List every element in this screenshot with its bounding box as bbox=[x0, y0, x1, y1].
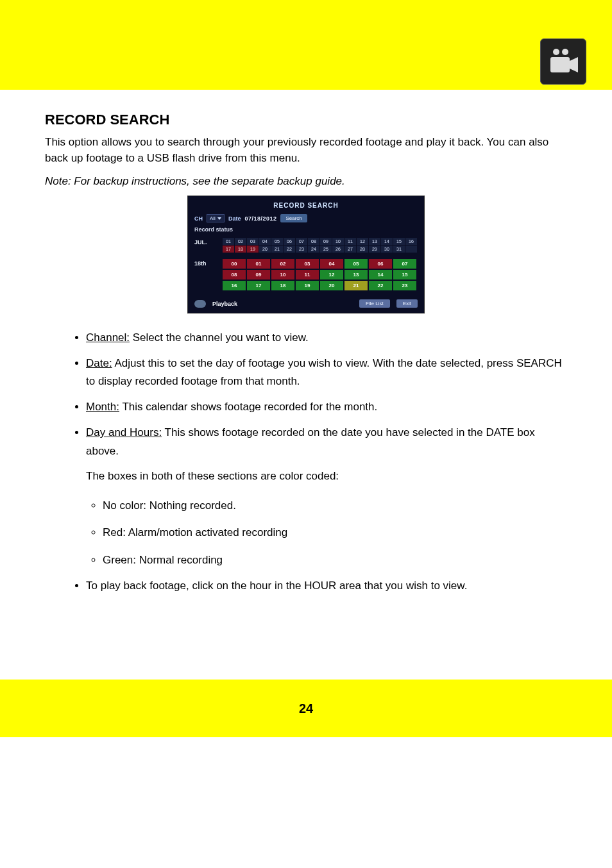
cal-day-cell[interactable]: 28 bbox=[357, 246, 368, 253]
hour-cell[interactable]: 04 bbox=[320, 259, 343, 269]
hour-cell[interactable]: 14 bbox=[369, 270, 392, 280]
hour-cell[interactable]: 20 bbox=[320, 281, 343, 290]
cal-day-cell[interactable]: 10 bbox=[332, 238, 344, 245]
hour-cell[interactable]: 00 bbox=[223, 259, 246, 269]
intro-paragraph: This option allows you to search through… bbox=[45, 135, 567, 166]
camera-icon bbox=[547, 47, 579, 76]
ss-filter-row: CH All Date 07/18/2012 Search bbox=[192, 213, 420, 224]
play-text-1: To play back footage, click on the hour … bbox=[86, 580, 304, 592]
hour-cell[interactable]: 08 bbox=[223, 270, 246, 280]
hour-cell[interactable]: 13 bbox=[344, 270, 368, 280]
cal-day-cell[interactable]: 06 bbox=[284, 238, 295, 245]
play-bullet-list: To play back footage, click on the hour … bbox=[45, 577, 567, 595]
section-title: RECORD SEARCH bbox=[45, 112, 567, 128]
cal-day-cell[interactable]: 24 bbox=[308, 246, 319, 253]
page-number: 24 bbox=[299, 701, 313, 716]
hour-cell[interactable]: 07 bbox=[393, 259, 416, 269]
cal-day-cell[interactable]: 01 bbox=[223, 238, 234, 245]
bullet-date: Date: Adjust this to set the day of foot… bbox=[86, 355, 567, 390]
cal-day-cell[interactable]: 04 bbox=[259, 238, 271, 245]
cal-day-cell[interactable]: 29 bbox=[369, 246, 380, 253]
hour-cell[interactable]: 22 bbox=[369, 281, 392, 290]
legend-alarm: Red: Alarm/motion activated recording bbox=[103, 522, 567, 543]
footer-bar: 24 bbox=[0, 680, 612, 737]
cal-day-cell[interactable]: 03 bbox=[247, 238, 259, 245]
cal-day-cell[interactable]: 17 bbox=[223, 246, 234, 253]
ss-ch-label: CH bbox=[194, 215, 203, 222]
ss-search-button[interactable]: Search bbox=[280, 214, 307, 222]
hour-cell[interactable]: 12 bbox=[320, 270, 343, 280]
cal-day-cell[interactable]: 16 bbox=[405, 238, 417, 245]
ss-hour-grid[interactable]: 0001020304050607080910111213141516171819… bbox=[223, 259, 416, 290]
channel-text: Select the channel you want to view. bbox=[130, 331, 309, 344]
header-bar bbox=[0, 0, 612, 90]
legend-normal: Green: Normal recording bbox=[103, 550, 567, 571]
svg-point-0 bbox=[553, 49, 559, 55]
content-area: RECORD SEARCH This option allows you to … bbox=[0, 112, 612, 680]
hour-cell[interactable]: 05 bbox=[344, 259, 368, 269]
cal-day-cell[interactable]: 21 bbox=[271, 246, 283, 253]
hour-cell[interactable]: 18 bbox=[271, 281, 294, 290]
ss-month-label: JUL. bbox=[194, 238, 216, 246]
ss-hour-grid-wrap: 18th 00010203040506070809101112131415161… bbox=[192, 253, 420, 293]
ss-cal-grid[interactable]: 0102030405060708091011121314151617181920… bbox=[223, 238, 417, 253]
hour-cell[interactable]: 06 bbox=[369, 259, 392, 269]
channel-label: Channel: bbox=[86, 331, 130, 344]
cal-day-cell[interactable]: 08 bbox=[308, 238, 319, 245]
cal-day-cell[interactable]: 14 bbox=[381, 238, 393, 245]
cal-day-cell[interactable]: 27 bbox=[344, 246, 356, 253]
cal-day-cell[interactable]: 20 bbox=[259, 246, 271, 253]
cal-day-cell[interactable]: 19 bbox=[247, 246, 259, 253]
ss-date-label: Date bbox=[228, 215, 241, 222]
legend-intro: The boxes in both of these sections are … bbox=[86, 468, 567, 485]
cal-day-cell[interactable]: 09 bbox=[320, 238, 332, 245]
chevron-down-icon bbox=[217, 217, 221, 220]
hour-cell[interactable]: 11 bbox=[296, 270, 319, 280]
svg-point-1 bbox=[562, 49, 568, 55]
cal-day-cell[interactable]: 13 bbox=[369, 238, 380, 245]
cal-day-cell[interactable] bbox=[405, 246, 417, 253]
cal-day-cell[interactable]: 12 bbox=[357, 238, 368, 245]
cal-day-cell[interactable]: 11 bbox=[344, 238, 356, 245]
hour-cell[interactable]: 17 bbox=[247, 281, 270, 290]
ss-playback-label: Playback bbox=[212, 301, 237, 307]
ss-ch-value: All bbox=[210, 215, 216, 221]
hour-cell[interactable]: 03 bbox=[296, 259, 319, 269]
month-label: Month: bbox=[86, 401, 119, 413]
cal-day-cell[interactable]: 31 bbox=[393, 246, 405, 253]
svg-rect-2 bbox=[550, 57, 570, 72]
date-text-1: Adjust this to set the day of footage yo… bbox=[112, 357, 516, 369]
cal-day-cell[interactable]: 25 bbox=[320, 246, 332, 253]
month-text: This calendar shows footage recorded for… bbox=[119, 401, 377, 413]
cal-day-cell[interactable]: 15 bbox=[393, 238, 405, 245]
ss-file-list-button[interactable]: File List bbox=[359, 299, 390, 308]
hour-cell[interactable]: 10 bbox=[271, 270, 294, 280]
note-paragraph: Note: For backup instructions, see the s… bbox=[45, 175, 567, 188]
cal-day-cell[interactable]: 07 bbox=[296, 238, 307, 245]
ss-title: RECORD SEARCH bbox=[192, 200, 420, 213]
cal-day-cell[interactable]: 05 bbox=[271, 238, 283, 245]
hour-cell[interactable]: 23 bbox=[393, 281, 416, 290]
hour-cell[interactable]: 21 bbox=[344, 281, 368, 290]
ss-exit-button[interactable]: Exit bbox=[396, 299, 418, 308]
bullet-day: Day and Hours: This shows footage record… bbox=[86, 424, 567, 460]
cal-day-cell[interactable]: 18 bbox=[235, 246, 246, 253]
bullet-channel: Channel: Select the channel you want to … bbox=[86, 329, 567, 347]
hour-cell[interactable]: 15 bbox=[393, 270, 416, 280]
cal-day-cell[interactable]: 30 bbox=[381, 246, 393, 253]
date-text-2: to display recorded footage from that mo… bbox=[86, 375, 300, 387]
legend-none: No color: Nothing recorded. bbox=[103, 496, 567, 516]
hour-cell[interactable]: 19 bbox=[296, 281, 319, 290]
hour-cell[interactable]: 16 bbox=[223, 281, 246, 290]
playback-icon bbox=[194, 300, 206, 308]
play-hour-term: HOUR bbox=[304, 580, 336, 592]
hour-cell[interactable]: 02 bbox=[271, 259, 294, 269]
cal-day-cell[interactable]: 26 bbox=[332, 246, 344, 253]
cal-day-cell[interactable]: 23 bbox=[296, 246, 307, 253]
ss-date-value[interactable]: 07/18/2012 bbox=[244, 215, 276, 222]
hour-cell[interactable]: 01 bbox=[247, 259, 270, 269]
cal-day-cell[interactable]: 22 bbox=[284, 246, 295, 253]
cal-day-cell[interactable]: 02 bbox=[235, 238, 246, 245]
ss-ch-dropdown[interactable]: All bbox=[207, 214, 225, 222]
hour-cell[interactable]: 09 bbox=[247, 270, 270, 280]
